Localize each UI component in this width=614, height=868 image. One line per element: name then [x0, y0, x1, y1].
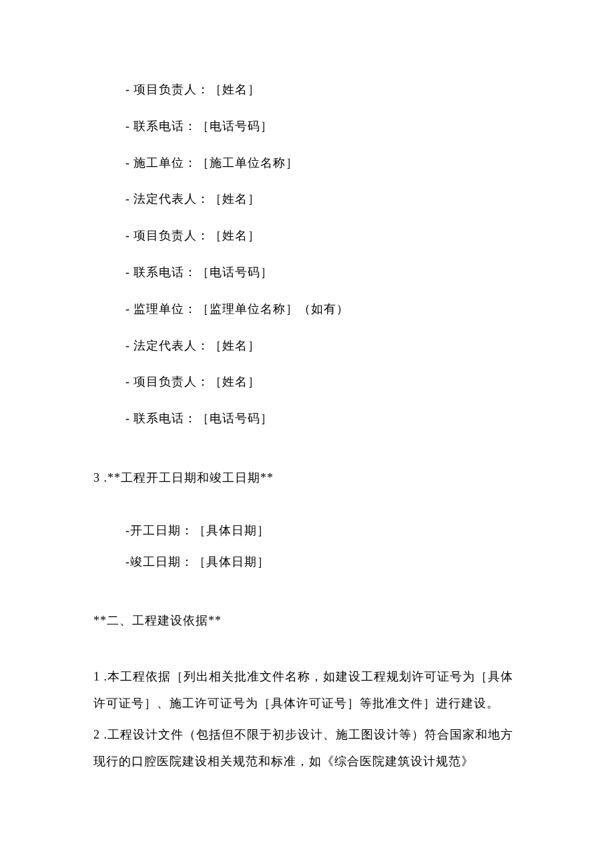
list-item: - 施工单位：［施工单位名称］ — [93, 153, 521, 173]
list-item: - 联系电话：［电话号码］ — [93, 409, 521, 428]
list-item: - 监理单位：［监理单位名称］（如有） — [93, 300, 521, 319]
list-item: - 联系电话：［电话号码］ — [93, 263, 521, 282]
list-item: - 联系电话：［电话号码］ — [93, 117, 521, 136]
list-item: - 项目负责人：［姓名］ — [93, 226, 521, 246]
paragraph-2: 2 .工程设计文件（包括但不限于初步设计、施工图设计等）符合国家和地方现行的口腔… — [93, 722, 521, 775]
paragraph-1: 1 .本工程依据［列出相关批准文件名称，如建设工程规划许可证号为［具体许可证号］… — [93, 664, 521, 717]
sub-list-item: -竣工日期：［具体日期］ — [93, 552, 521, 572]
list-item: - 项目负责人：［姓名］ — [93, 372, 521, 392]
list-item: - 法定代表人：［姓名］ — [93, 189, 521, 209]
document-content: - 项目负责人：［姓名］ - 联系电话：［电话号码］ - 施工单位：［施工单位名… — [93, 80, 521, 775]
list-item: - 项目负责人：［姓名］ — [93, 80, 521, 99]
sub-list-item: -开工日期：［具体日期］ — [93, 521, 521, 540]
section-3-header: 3 .**工程开工日期和竣工日期** — [93, 468, 521, 488]
list-item: - 法定代表人：［姓名］ — [93, 336, 521, 356]
section-2-title: **二、工程建设依据** — [93, 611, 521, 630]
